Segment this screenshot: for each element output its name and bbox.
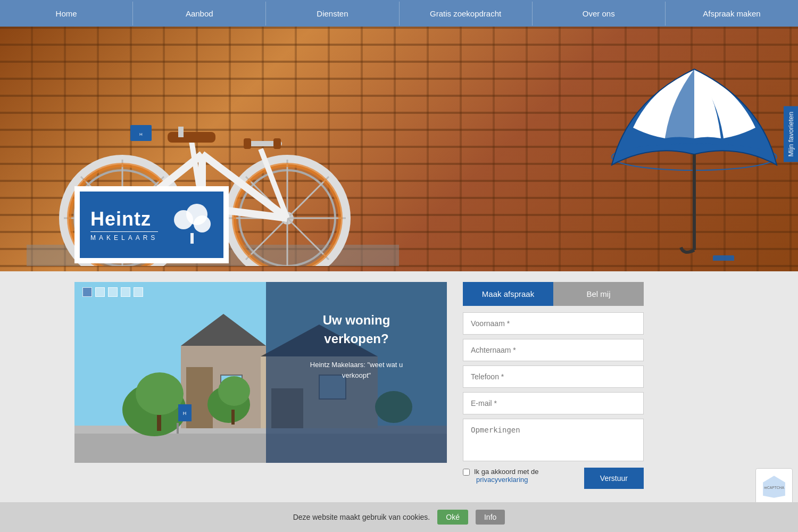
nav-gratis-zoekopdracht[interactable]: Gratis zoekopdracht — [400, 2, 533, 26]
nav-home[interactable]: Home — [0, 2, 133, 26]
umbrella-svg: H — [601, 59, 787, 261]
svg-text:reCAPTCHA: reCAPTCHA — [764, 486, 784, 489]
svg-text:Heintz Makelaars: "weet wat u: Heintz Makelaars: "weet wat u — [310, 361, 403, 369]
svg-rect-60 — [177, 423, 179, 434]
svg-rect-24 — [178, 127, 184, 137]
submit-button[interactable]: Verstuur — [584, 468, 644, 489]
call-me-button[interactable]: Bel mij — [553, 282, 644, 306]
cookie-ok-button[interactable]: Oké — [437, 510, 468, 525]
svg-text:H: H — [183, 411, 187, 416]
slide-dot-2[interactable] — [95, 287, 105, 297]
svg-text:verkopen?: verkopen? — [324, 331, 388, 346]
recaptcha-badge: reCAPTCHA — [755, 468, 793, 505]
remarks-input[interactable] — [463, 419, 644, 461]
svg-text:Uw woning: Uw woning — [323, 313, 390, 327]
slide-dot-1[interactable] — [82, 287, 92, 297]
svg-rect-34 — [713, 255, 734, 261]
phone-input[interactable] — [463, 365, 644, 388]
svg-rect-39 — [190, 233, 194, 244]
cookie-bar: Deze website maakt gebruik van cookies. … — [0, 502, 798, 532]
form-action-buttons: Maak afspraak Bel mij — [463, 282, 644, 306]
svg-rect-27 — [244, 138, 251, 149]
main-content: H Uw woning verkopen? Heintz Makelaars: … — [0, 271, 798, 505]
house-scene-svg: H Uw woning verkopen? Heintz Makelaars: … — [74, 282, 447, 463]
property-image: H Uw woning verkopen? Heintz Makelaars: … — [74, 282, 447, 463]
logo-tree-icon — [170, 204, 213, 246]
cookie-text: Deze website maakt gebruik van cookies. — [293, 513, 430, 521]
svg-point-38 — [194, 215, 211, 232]
cookie-info-button[interactable]: Info — [476, 510, 505, 525]
slide-dots — [82, 287, 143, 297]
email-input[interactable] — [463, 392, 644, 414]
nav-over-ons[interactable]: Over ons — [533, 2, 666, 26]
make-appointment-button[interactable]: Maak afspraak — [463, 282, 553, 306]
privacy-link[interactable]: privacyverklaring — [476, 476, 528, 484]
nav-aanbod[interactable]: Aanbod — [133, 2, 266, 26]
first-name-input[interactable] — [463, 312, 644, 335]
privacy-agree-text: Ik ga akkoord met de — [474, 468, 538, 476]
slide-dot-3[interactable] — [108, 287, 118, 297]
svg-point-52 — [136, 372, 184, 415]
svg-rect-28 — [273, 138, 281, 149]
svg-rect-53 — [157, 415, 161, 431]
svg-rect-56 — [231, 410, 235, 425]
privacy-checkbox[interactable] — [463, 469, 470, 476]
svg-rect-23 — [168, 132, 215, 143]
slide-dot-5[interactable] — [134, 287, 143, 297]
nav-diensten[interactable]: Diensten — [266, 2, 399, 26]
svg-point-55 — [218, 376, 250, 406]
nav-afspraak-maken[interactable]: Afspraak maken — [666, 2, 798, 26]
main-nav: Home Aanbod Diensten Gratis zoekopdracht… — [0, 0, 798, 27]
slide-dot-4[interactable] — [121, 287, 130, 297]
mijn-favorieten-sidebar[interactable]: Mijn favorieten — [784, 106, 798, 162]
svg-text:verkoopt": verkoopt" — [342, 371, 371, 379]
logo-subtitle: MAKELAARS — [90, 231, 158, 242]
logo-name: Heintz — [90, 208, 158, 230]
privacy-row: Ik ga akkoord met de privacyverklaring V… — [463, 468, 644, 489]
company-logo[interactable]: Heintz MAKELAARS — [74, 186, 229, 263]
umbrella-illustration: H — [601, 59, 787, 261]
slideshow-section: H Uw woning verkopen? Heintz Makelaars: … — [74, 282, 447, 494]
last-name-input[interactable] — [463, 339, 644, 361]
hero-section: H H Heintz MAKELAAR — [0, 27, 798, 271]
svg-text:H: H — [139, 132, 143, 137]
contact-form-section: Maak afspraak Bel mij Ik ga akkoord met … — [463, 282, 644, 494]
